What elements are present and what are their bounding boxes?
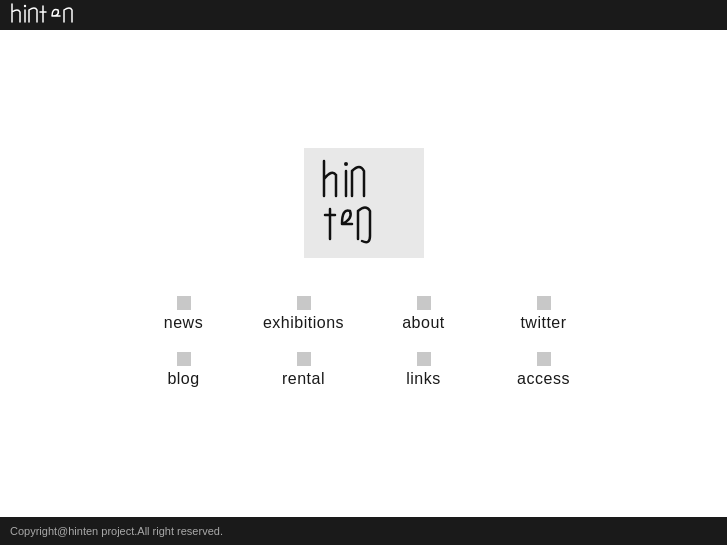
nav-dot-access — [537, 352, 551, 366]
nav-dot-rental — [297, 352, 311, 366]
nav-dot-news — [177, 296, 191, 310]
nav-label-links: links — [406, 370, 441, 388]
footer: Copyright@hinten project.All right reser… — [0, 517, 727, 545]
nav-label-exhibitions: exhibitions — [263, 314, 344, 332]
nav-item-news[interactable]: news — [124, 288, 244, 344]
header-bar — [0, 0, 727, 30]
nav-item-about[interactable]: about — [364, 288, 484, 344]
nav-item-exhibitions[interactable]: exhibitions — [244, 288, 364, 344]
svg-point-1 — [344, 162, 348, 166]
nav-item-access[interactable]: access — [484, 344, 604, 400]
svg-point-0 — [24, 4, 26, 6]
nav-dot-blog — [177, 352, 191, 366]
nav-item-blog[interactable]: blog — [124, 344, 244, 400]
nav-label-rental: rental — [282, 370, 325, 388]
nav-label-news: news — [164, 314, 203, 332]
nav-dot-exhibitions — [297, 296, 311, 310]
nav-dot-twitter — [537, 296, 551, 310]
nav-item-links[interactable]: links — [364, 344, 484, 400]
nav-dot-about — [417, 296, 431, 310]
main-content: news exhibitions about twitter blog rent… — [0, 30, 727, 517]
center-logo-block — [304, 148, 424, 258]
nav-item-rental[interactable]: rental — [244, 344, 364, 400]
nav-grid: news exhibitions about twitter blog rent… — [124, 288, 604, 400]
nav-label-blog: blog — [167, 370, 199, 388]
nav-label-access: access — [517, 370, 570, 388]
hinten-logo — [10, 2, 90, 29]
footer-copyright: Copyright@hinten project.All right reser… — [10, 525, 223, 537]
nav-label-twitter: twitter — [520, 314, 566, 332]
nav-dot-links — [417, 352, 431, 366]
nav-label-about: about — [402, 314, 445, 332]
nav-item-twitter[interactable]: twitter — [484, 288, 604, 344]
